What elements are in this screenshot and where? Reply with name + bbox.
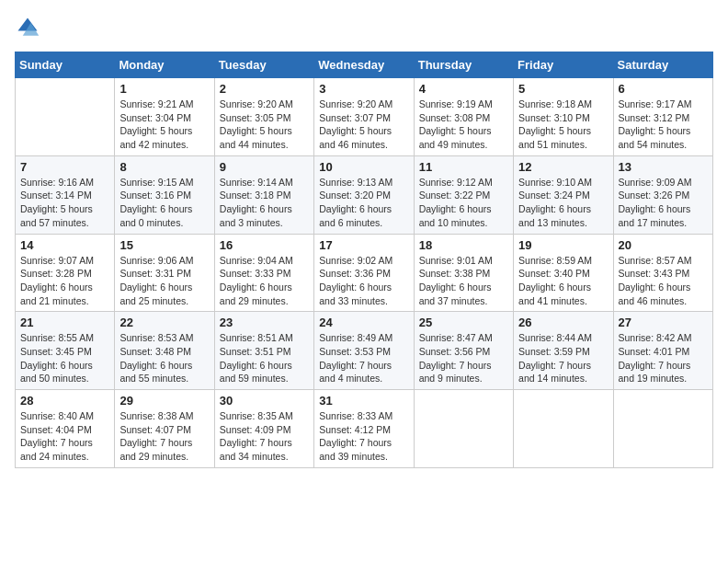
day-number: 17	[319, 238, 408, 252]
day-info: Sunrise: 8:57 AM Sunset: 3:43 PM Dayligh…	[619, 254, 708, 308]
day-number: 22	[119, 316, 209, 329]
weekday-header: Friday	[514, 52, 613, 78]
day-number: 23	[220, 316, 309, 329]
calendar-cell: 5Sunrise: 9:18 AM Sunset: 3:10 PM Daylig…	[514, 78, 613, 156]
calendar-cell: 4Sunrise: 9:19 AM Sunset: 3:08 PM Daylig…	[414, 78, 513, 156]
day-number: 14	[20, 238, 109, 252]
day-number: 4	[419, 82, 508, 96]
weekday-header: Saturday	[613, 52, 712, 78]
day-number: 5	[518, 82, 608, 96]
calendar-cell: 22Sunrise: 8:53 AM Sunset: 3:48 PM Dayli…	[115, 312, 214, 390]
calendar-cell: 18Sunrise: 9:01 AM Sunset: 3:38 PM Dayli…	[414, 234, 513, 312]
calendar-cell	[613, 390, 712, 468]
day-number: 3	[319, 82, 408, 96]
day-info: Sunrise: 9:18 AM Sunset: 3:10 PM Dayligh…	[518, 98, 608, 152]
calendar-table: SundayMondayTuesdayWednesdayThursdayFrid…	[15, 52, 713, 468]
day-number: 7	[20, 160, 109, 174]
day-number: 18	[419, 238, 508, 252]
day-info: Sunrise: 8:47 AM Sunset: 3:56 PM Dayligh…	[419, 331, 508, 385]
calendar-cell	[16, 78, 115, 156]
day-info: Sunrise: 9:12 AM Sunset: 3:22 PM Dayligh…	[419, 176, 508, 230]
day-number: 6	[619, 82, 708, 96]
day-info: Sunrise: 9:06 AM Sunset: 3:31 PM Dayligh…	[119, 254, 209, 308]
calendar-cell: 23Sunrise: 8:51 AM Sunset: 3:51 PM Dayli…	[214, 312, 313, 390]
day-info: Sunrise: 9:20 AM Sunset: 3:07 PM Dayligh…	[319, 98, 408, 152]
calendar-week-row: 7Sunrise: 9:16 AM Sunset: 3:14 PM Daylig…	[16, 155, 713, 234]
day-info: Sunrise: 9:21 AM Sunset: 3:04 PM Dayligh…	[119, 98, 209, 152]
day-number: 8	[119, 160, 209, 174]
weekday-header-row: SundayMondayTuesdayWednesdayThursdayFrid…	[16, 52, 713, 78]
day-info: Sunrise: 9:15 AM Sunset: 3:16 PM Dayligh…	[119, 176, 209, 230]
day-info: Sunrise: 8:44 AM Sunset: 3:59 PM Dayligh…	[518, 331, 608, 385]
calendar-cell: 16Sunrise: 9:04 AM Sunset: 3:33 PM Dayli…	[214, 234, 313, 312]
calendar-cell: 9Sunrise: 9:14 AM Sunset: 3:18 PM Daylig…	[214, 155, 313, 234]
calendar-cell: 27Sunrise: 8:42 AM Sunset: 4:01 PM Dayli…	[613, 312, 712, 390]
day-info: Sunrise: 8:49 AM Sunset: 3:53 PM Dayligh…	[319, 331, 408, 385]
day-info: Sunrise: 8:40 AM Sunset: 4:04 PM Dayligh…	[20, 409, 109, 464]
day-number: 28	[20, 394, 109, 408]
calendar-cell: 29Sunrise: 8:38 AM Sunset: 4:07 PM Dayli…	[115, 390, 214, 468]
calendar-cell: 1Sunrise: 9:21 AM Sunset: 3:04 PM Daylig…	[115, 78, 214, 156]
day-info: Sunrise: 9:04 AM Sunset: 3:33 PM Dayligh…	[220, 254, 309, 308]
day-number: 31	[319, 394, 408, 408]
weekday-header: Monday	[115, 52, 214, 78]
weekday-header: Thursday	[414, 52, 513, 78]
day-info: Sunrise: 9:10 AM Sunset: 3:24 PM Dayligh…	[518, 176, 608, 230]
logo-icon	[15, 15, 40, 40]
day-number: 2	[220, 82, 309, 96]
day-number: 21	[20, 316, 109, 329]
day-info: Sunrise: 8:51 AM Sunset: 3:51 PM Dayligh…	[220, 331, 309, 385]
calendar-cell: 25Sunrise: 8:47 AM Sunset: 3:56 PM Dayli…	[414, 312, 513, 390]
day-number: 20	[619, 238, 708, 252]
day-number: 30	[220, 394, 309, 408]
day-info: Sunrise: 8:59 AM Sunset: 3:40 PM Dayligh…	[518, 254, 608, 308]
day-number: 24	[319, 316, 408, 329]
page-header	[15, 15, 713, 40]
calendar-cell: 19Sunrise: 8:59 AM Sunset: 3:40 PM Dayli…	[514, 234, 613, 312]
calendar-cell: 20Sunrise: 8:57 AM Sunset: 3:43 PM Dayli…	[613, 234, 712, 312]
day-info: Sunrise: 8:38 AM Sunset: 4:07 PM Dayligh…	[119, 409, 209, 464]
day-number: 13	[619, 160, 708, 174]
day-info: Sunrise: 9:19 AM Sunset: 3:08 PM Dayligh…	[419, 98, 508, 152]
weekday-header: Wednesday	[314, 52, 414, 78]
day-info: Sunrise: 9:07 AM Sunset: 3:28 PM Dayligh…	[20, 254, 109, 308]
day-number: 25	[419, 316, 508, 329]
calendar-cell: 2Sunrise: 9:20 AM Sunset: 3:05 PM Daylig…	[214, 78, 313, 156]
calendar-cell: 28Sunrise: 8:40 AM Sunset: 4:04 PM Dayli…	[16, 390, 115, 468]
day-number: 12	[518, 160, 608, 174]
day-number: 15	[119, 238, 209, 252]
weekday-header: Sunday	[16, 52, 115, 78]
day-info: Sunrise: 8:55 AM Sunset: 3:45 PM Dayligh…	[20, 331, 109, 385]
day-info: Sunrise: 9:16 AM Sunset: 3:14 PM Dayligh…	[20, 176, 109, 230]
calendar-cell: 30Sunrise: 8:35 AM Sunset: 4:09 PM Dayli…	[214, 390, 313, 468]
calendar-cell: 14Sunrise: 9:07 AM Sunset: 3:28 PM Dayli…	[16, 234, 115, 312]
day-number: 11	[419, 160, 508, 174]
day-info: Sunrise: 9:01 AM Sunset: 3:38 PM Dayligh…	[419, 254, 508, 308]
day-number: 9	[220, 160, 309, 174]
calendar-cell: 15Sunrise: 9:06 AM Sunset: 3:31 PM Dayli…	[115, 234, 214, 312]
calendar-cell: 8Sunrise: 9:15 AM Sunset: 3:16 PM Daylig…	[115, 155, 214, 234]
day-info: Sunrise: 9:17 AM Sunset: 3:12 PM Dayligh…	[619, 98, 708, 152]
calendar-cell: 6Sunrise: 9:17 AM Sunset: 3:12 PM Daylig…	[613, 78, 712, 156]
calendar-week-row: 28Sunrise: 8:40 AM Sunset: 4:04 PM Dayli…	[16, 390, 713, 468]
day-info: Sunrise: 9:14 AM Sunset: 3:18 PM Dayligh…	[220, 176, 309, 230]
day-info: Sunrise: 8:42 AM Sunset: 4:01 PM Dayligh…	[619, 331, 708, 385]
day-number: 29	[119, 394, 209, 408]
weekday-header: Tuesday	[214, 52, 313, 78]
day-number: 1	[119, 82, 209, 96]
calendar-week-row: 1Sunrise: 9:21 AM Sunset: 3:04 PM Daylig…	[16, 78, 713, 156]
calendar-cell: 17Sunrise: 9:02 AM Sunset: 3:36 PM Dayli…	[314, 234, 414, 312]
day-number: 26	[518, 316, 608, 329]
calendar-cell: 24Sunrise: 8:49 AM Sunset: 3:53 PM Dayli…	[314, 312, 414, 390]
calendar-cell: 13Sunrise: 9:09 AM Sunset: 3:26 PM Dayli…	[613, 155, 712, 234]
day-info: Sunrise: 8:35 AM Sunset: 4:09 PM Dayligh…	[220, 409, 309, 464]
calendar-cell: 31Sunrise: 8:33 AM Sunset: 4:12 PM Dayli…	[314, 390, 414, 468]
calendar-cell: 12Sunrise: 9:10 AM Sunset: 3:24 PM Dayli…	[514, 155, 613, 234]
calendar-cell: 11Sunrise: 9:12 AM Sunset: 3:22 PM Dayli…	[414, 155, 513, 234]
calendar-cell: 10Sunrise: 9:13 AM Sunset: 3:20 PM Dayli…	[314, 155, 414, 234]
day-number: 10	[319, 160, 408, 174]
calendar-cell: 26Sunrise: 8:44 AM Sunset: 3:59 PM Dayli…	[514, 312, 613, 390]
day-number: 16	[220, 238, 309, 252]
calendar-cell: 3Sunrise: 9:20 AM Sunset: 3:07 PM Daylig…	[314, 78, 414, 156]
calendar-week-row: 21Sunrise: 8:55 AM Sunset: 3:45 PM Dayli…	[16, 312, 713, 390]
